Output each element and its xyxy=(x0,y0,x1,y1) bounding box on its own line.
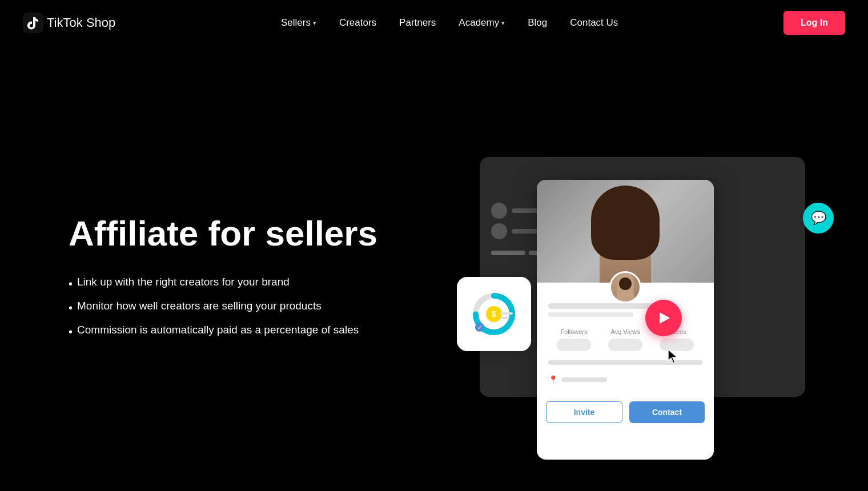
bullet-dot-1: • xyxy=(69,276,73,292)
profile-stats: Followers Avg.Views Videos xyxy=(537,319,714,356)
profile-progress-bar xyxy=(548,360,702,365)
profile-avatar-wrap xyxy=(609,271,641,303)
contact-button[interactable]: Contact xyxy=(629,401,705,423)
bullet-3: • Commission is automatically paid as a … xyxy=(69,324,377,340)
bg-dot-1 xyxy=(491,251,525,255)
stat-followers-bar xyxy=(557,339,591,351)
donut-chart-icon: $ ✓ xyxy=(468,288,520,340)
cursor-icon xyxy=(667,348,678,364)
bg-avatar-2 xyxy=(491,223,507,239)
profile-card-image xyxy=(537,180,714,283)
profile-progress-inner xyxy=(548,360,649,365)
stat-avgviews: Avg.Views xyxy=(608,328,642,351)
nav-links: Sellers ▾ Creators Partners Academy ▾ Bl… xyxy=(281,17,618,29)
profile-name-line-2 xyxy=(548,312,633,317)
bullet-dot-3: • xyxy=(69,324,73,340)
svg-rect-7 xyxy=(500,312,513,315)
location-bar xyxy=(561,377,607,382)
stat-avgviews-bar xyxy=(608,339,642,351)
bg-avatar-1 xyxy=(491,203,507,219)
hero-title: Affiliate for sellers xyxy=(69,214,377,253)
location-pin-icon: 📍 xyxy=(548,375,558,384)
stat-avgviews-label: Avg.Views xyxy=(611,328,640,335)
bullet-dot-2: • xyxy=(69,300,73,316)
play-badge[interactable] xyxy=(645,300,682,336)
profile-avatar xyxy=(609,271,641,303)
nav-academy[interactable]: Academy ▾ xyxy=(459,17,505,29)
svg-text:$: $ xyxy=(492,309,496,319)
svg-text:✓: ✓ xyxy=(477,324,482,331)
profile-card: Followers Avg.Views Videos 📍 xyxy=(537,180,714,460)
hero-section: Affiliate for sellers • Link up with the… xyxy=(0,46,868,491)
nav-contact[interactable]: Contact Us xyxy=(570,17,618,29)
chat-bubble[interactable]: 💬 xyxy=(803,203,834,234)
invite-button[interactable]: Invite xyxy=(546,401,622,423)
bullet-2: • Monitor how well creators are selling … xyxy=(69,300,377,316)
tiktok-logo-icon xyxy=(23,13,43,33)
navbar: TikTok Shop Sellers ▾ Creators Partners … xyxy=(0,0,868,46)
nav-sellers[interactable]: Sellers ▾ xyxy=(281,17,316,29)
svg-rect-8 xyxy=(500,317,509,319)
profile-location: 📍 xyxy=(537,369,714,390)
chat-icon: 💬 xyxy=(811,211,826,226)
hero-illustration: Followers Avg.Views Videos 📍 xyxy=(480,123,822,431)
logo-text: TikTok Shop xyxy=(47,15,115,30)
stat-followers-label: Followers xyxy=(560,328,587,335)
hero-left: Affiliate for sellers • Link up with the… xyxy=(69,214,377,340)
play-icon xyxy=(660,312,670,324)
profile-name-bar xyxy=(537,303,714,317)
login-button[interactable]: Log In xyxy=(783,11,845,35)
chart-widget: $ ✓ xyxy=(457,277,531,351)
bullet-1: • Link up with the right creators for yo… xyxy=(69,276,377,292)
profile-buttons: Invite Contact xyxy=(537,395,714,430)
nav-blog[interactable]: Blog xyxy=(528,17,547,29)
sellers-chevron-icon: ▾ xyxy=(313,19,316,27)
logo[interactable]: TikTok Shop xyxy=(23,13,115,33)
profile-name-line-1 xyxy=(548,303,656,309)
nav-creators[interactable]: Creators xyxy=(339,17,376,29)
academy-chevron-icon: ▾ xyxy=(501,19,505,27)
stat-followers: Followers xyxy=(557,328,591,351)
nav-partners[interactable]: Partners xyxy=(399,17,436,29)
hero-bullets: • Link up with the right creators for yo… xyxy=(69,276,377,340)
